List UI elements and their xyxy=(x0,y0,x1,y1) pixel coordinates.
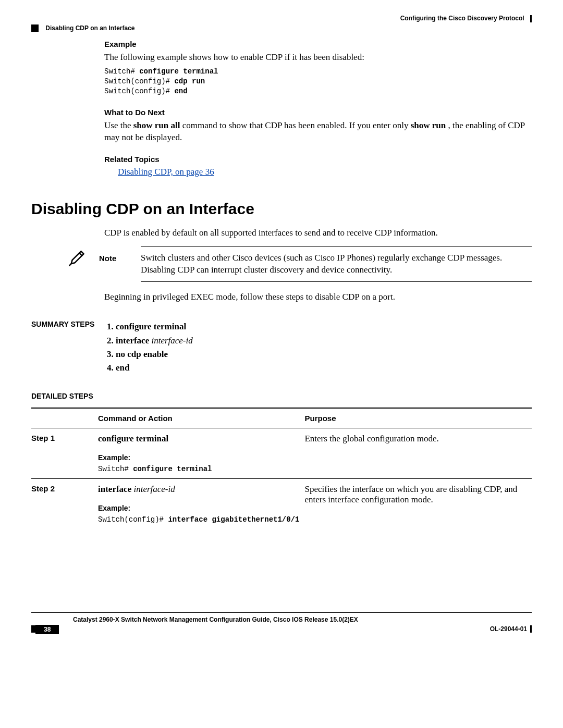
purpose-cell: Enters the global configuration mode. xyxy=(304,428,532,478)
footer-book-title: Catalyst 2960-X Switch Network Managemen… xyxy=(73,616,532,623)
related-link[interactable]: Disabling CDP, on page 36 xyxy=(118,167,214,177)
doc-id: OL-29044-01 xyxy=(490,625,532,633)
intro-paragraph: CDP is enabled by default on all support… xyxy=(104,227,532,239)
section-title-text: Disabling CDP on an Interface xyxy=(45,24,134,32)
purpose-cell: Specifies the interface on which you are… xyxy=(304,478,532,529)
what-next-text: Use the show run all command to show tha… xyxy=(104,120,532,144)
table-header: Command or Action xyxy=(98,408,304,428)
example-intro: The following example shows how to enabl… xyxy=(104,52,532,64)
svg-line-1 xyxy=(69,264,71,265)
example-code: Switch# configure terminal xyxy=(98,465,299,473)
step-label: Step 2 xyxy=(31,478,98,529)
table-row: Step 2 interface interface-id Example: S… xyxy=(31,478,532,529)
table-header: Purpose xyxy=(304,408,532,428)
note-label: Note xyxy=(99,246,141,282)
page-footer: Catalyst 2960-X Switch Network Managemen… xyxy=(31,612,532,635)
svg-line-0 xyxy=(79,253,82,256)
detailed-steps-label: DETAILED STEPS xyxy=(31,392,104,400)
begin-text: Beginning in privileged EXEC mode, follo… xyxy=(104,291,532,303)
related-heading: Related Topics xyxy=(104,155,532,164)
list-item: configure terminal xyxy=(116,320,532,334)
example-code: Switch# configure terminal Switch(config… xyxy=(104,67,532,96)
example-code: Switch(config)# interface gigabitetherne… xyxy=(98,515,299,524)
step-label: Step 1 xyxy=(31,428,98,478)
page-header: Configuring the Cisco Discovery Protocol… xyxy=(31,15,532,28)
decoration-bar xyxy=(530,625,532,633)
decoration-bar xyxy=(530,15,532,22)
summary-steps-list: configure terminal interface interface-i… xyxy=(104,320,532,375)
chapter-title: Configuring the Cisco Discovery Protocol xyxy=(400,15,532,22)
example-label: Example: xyxy=(98,504,299,512)
summary-steps-label: SUMMARY STEPS xyxy=(31,320,104,375)
command-cell: configure terminal Example: Switch# conf… xyxy=(98,428,304,478)
example-label: Example: xyxy=(98,453,299,462)
decoration-square xyxy=(31,24,39,32)
list-item: interface interface-id xyxy=(116,334,532,348)
page-number: 38 xyxy=(35,625,59,634)
note-icon xyxy=(68,259,85,268)
what-next-heading: What to Do Next xyxy=(104,108,532,117)
chapter-title-text: Configuring the Cisco Discovery Protocol xyxy=(400,15,524,22)
note-text: Switch clusters and other Cisco devices … xyxy=(141,246,532,282)
detailed-steps-table: Command or Action Purpose Step 1 configu… xyxy=(31,408,532,529)
list-item: end xyxy=(116,361,532,375)
table-row: Step 1 configure terminal Example: Switc… xyxy=(31,428,532,478)
example-heading: Example xyxy=(104,40,532,48)
page-title: Disabling CDP on an Interface xyxy=(31,200,532,218)
list-item: no cdp enable xyxy=(116,348,532,361)
command-cell: interface interface-id Example: Switch(c… xyxy=(98,478,304,529)
table-header xyxy=(31,408,98,428)
section-breadcrumb: Disabling CDP on an Interface xyxy=(31,24,135,32)
